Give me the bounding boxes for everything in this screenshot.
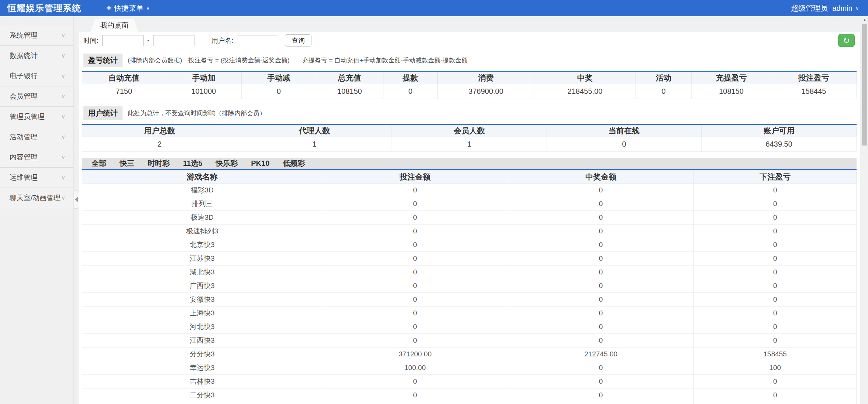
user-column-header: 用户总数 (82, 124, 237, 137)
win-amount: 212745.00 (508, 347, 694, 361)
game-filter-tab[interactable]: 快乐彩 (209, 158, 244, 168)
bet-profit: 0 (694, 307, 857, 320)
bet-amount: 0 (322, 375, 508, 388)
win-amount: 0 (508, 334, 694, 347)
plus-icon: + (106, 4, 111, 13)
bet-profit: 0 (694, 388, 857, 402)
tab-strip: 我的桌面 (79, 16, 860, 32)
game-row: 三分快3 0 0 0 (82, 402, 857, 404)
user-stat-value: 0 (547, 137, 702, 152)
sidebar-item[interactable]: 系统管理 ∨ (0, 25, 73, 46)
win-amount: 0 (508, 211, 694, 225)
user-column-header: 当前在线 (547, 124, 702, 137)
profit-stat-value: 218455.00 (534, 84, 636, 99)
sidebar-item-label: 系统管理 (10, 31, 38, 40)
win-amount: 0 (508, 388, 694, 402)
sidebar-item[interactable]: 聊天室/动画管理 ∨ (0, 188, 73, 208)
chevron-down-icon: ∨ (855, 5, 859, 11)
scroll-up-icon[interactable]: ▲ (861, 16, 868, 23)
desktop-panel: 时间: - 用户名: 查询 ↻ 盈亏统计 (排除内部会员数据) 投注盈亏 = (… (79, 32, 860, 404)
profit-column-header: 活动 (636, 72, 692, 84)
bet-profit: 100 (694, 361, 857, 375)
sidebar-collapse-handle[interactable] (74, 190, 79, 209)
game-filter-tab[interactable]: 11选5 (176, 158, 209, 168)
profit-stat-value: 108150 (316, 84, 383, 99)
top-navbar: 恒耀娱乐管理系统 + 快捷菜单 ∨ 超级管理员 admin ∨ (0, 0, 868, 16)
sidebar-item-label: 数据统计 (10, 51, 38, 61)
bet-amount: 0 (322, 252, 508, 266)
sidebar-item[interactable]: 电子银行 ∨ (0, 66, 73, 86)
game-row: 吉林快3 0 0 0 (82, 375, 857, 388)
game-filter-tab[interactable]: 全部 (85, 158, 113, 168)
game-filter-tab[interactable]: PK10 (244, 159, 276, 168)
profit-column-header: 自动充值 (82, 72, 166, 84)
chevron-down-icon: ∨ (61, 195, 65, 201)
user-column-header: 代理人数 (237, 124, 392, 137)
query-button[interactable]: 查询 (285, 34, 311, 47)
profit-column-header: 消费 (437, 72, 534, 84)
sidebar-item-label: 活动管理 (10, 132, 38, 142)
game-name: 福彩3D (82, 184, 322, 197)
sidebar-item[interactable]: 会员管理 ∨ (0, 86, 73, 107)
sidebar-item[interactable]: 活动管理 ∨ (0, 127, 73, 147)
username-input[interactable] (237, 35, 278, 46)
sidebar-item-label: 会员管理 (10, 92, 38, 101)
game-name: 广西快3 (82, 279, 322, 293)
profit-stat-value: 0 (383, 84, 438, 99)
game-name: 幸运快3 (82, 361, 322, 375)
bet-amount: 0 (322, 279, 508, 293)
sidebar-item[interactable]: 数据统计 ∨ (0, 46, 73, 66)
user-role: 超级管理员 (791, 3, 828, 13)
sidebar-item-label: 运维管理 (10, 173, 38, 182)
refresh-button[interactable]: ↻ (838, 34, 855, 47)
chevron-down-icon: ∨ (61, 134, 65, 140)
bet-amount: 0 (322, 184, 508, 197)
refresh-icon: ↻ (843, 37, 850, 45)
win-amount: 0 (508, 197, 694, 211)
game-row: 北京快3 0 0 0 (82, 238, 857, 252)
sidebar-item-label: 聊天室/动画管理 (10, 193, 61, 203)
game-row: 福彩3D 0 0 0 (82, 184, 857, 197)
page-scrollbar[interactable]: ▲ (861, 16, 868, 404)
sidebar-item-label: 电子银行 (10, 71, 38, 81)
game-name: 三分快3 (82, 402, 322, 404)
game-column-header: 游戏名称 (82, 171, 322, 184)
range-separator: - (147, 37, 149, 44)
bet-amount: 0 (322, 320, 508, 334)
bet-profit: 0 (694, 252, 857, 266)
game-row: 安徽快3 0 0 0 (82, 293, 857, 307)
game-column-header: 中奖金额 (508, 171, 694, 184)
user-column-header: 账户可用 (702, 124, 857, 137)
game-row: 广西快3 0 0 0 (82, 279, 857, 293)
game-row: 分分快3 371200.00 212745.00 158455 (82, 347, 857, 361)
tab-my-desktop[interactable]: 我的桌面 (90, 19, 138, 32)
game-name: 湖北快3 (82, 266, 322, 279)
game-name: 极速排列3 (82, 225, 322, 238)
quick-menu-button[interactable]: + 快捷菜单 ∨ (106, 3, 150, 13)
sidebar-item[interactable]: 内容管理 ∨ (0, 147, 73, 168)
time-from-input[interactable] (102, 35, 144, 46)
game-filter-tab[interactable]: 时时彩 (141, 158, 176, 168)
game-filter-tab[interactable]: 低频彩 (276, 158, 311, 168)
user-menu-button[interactable]: admin ∨ (832, 4, 859, 13)
game-filter-tab[interactable]: 快三 (113, 158, 141, 168)
time-to-input[interactable] (153, 35, 194, 46)
sidebar-item[interactable]: 运维管理 ∨ (0, 168, 73, 188)
bet-profit: 0 (694, 375, 857, 388)
time-label: 时间: (83, 36, 99, 45)
bet-amount: 0 (322, 211, 508, 225)
profit-stat-value: 0 (242, 84, 316, 99)
bet-amount: 0 (322, 334, 508, 347)
win-amount: 0 (508, 320, 694, 334)
user-stat-value: 6439.50 (702, 137, 857, 152)
win-amount: 0 (508, 402, 694, 404)
bet-profit: 0 (694, 184, 857, 197)
sidebar-item[interactable]: 管理员管理 ∨ (0, 107, 73, 127)
scrollbar-thumb[interactable] (862, 24, 867, 145)
chevron-down-icon: ∨ (61, 93, 65, 100)
profit-column-header: 投注盈亏 (771, 72, 857, 84)
bet-profit: 0 (694, 211, 857, 225)
profit-table: 自动充值手动加手动减总充值提款消费中奖活动充提盈亏投注盈亏 7150101000… (82, 71, 857, 99)
win-amount: 0 (508, 238, 694, 252)
game-name: 吉林快3 (82, 375, 322, 388)
